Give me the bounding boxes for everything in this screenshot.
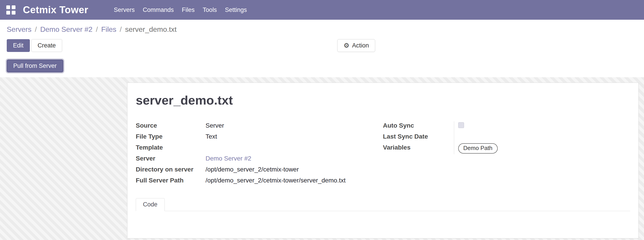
nav-item-tools[interactable]: Tools	[198, 0, 221, 20]
breadcrumb-separator: /	[96, 25, 98, 34]
field-label-file-type: File Type	[136, 132, 206, 141]
control-panel: Servers / Demo Server #2 / Files / serve…	[0, 20, 644, 77]
app-brand-title: Cetmix Tower	[23, 4, 88, 15]
field-group-right: Auto Sync Last Sync Date Variables Demo …	[383, 121, 630, 187]
field-value-server-link[interactable]: Demo Server #2	[206, 154, 251, 163]
form-sheet: server_demo.txt Source Server File Type …	[127, 83, 638, 239]
field-row-variables: Variables Demo Path	[383, 143, 630, 154]
pull-from-server-button[interactable]: Pull from Server	[7, 60, 63, 72]
action-menu-label: Action	[352, 42, 369, 49]
auto-sync-checkbox[interactable]	[458, 122, 464, 128]
action-menu-button[interactable]: ⚙ Action	[337, 39, 375, 52]
record-title: server_demo.txt	[136, 93, 630, 108]
field-row-auto-sync: Auto Sync	[383, 121, 630, 132]
top-navbar: Cetmix Tower Servers Commands Files Tool…	[0, 0, 644, 20]
breadcrumb-row: Servers / Demo Server #2 / Files / serve…	[0, 20, 644, 39]
field-label-directory: Directory on server	[136, 165, 206, 174]
breadcrumb-separator: /	[120, 25, 122, 34]
breadcrumb-separator: /	[35, 25, 37, 34]
field-value-source: Server	[206, 121, 224, 130]
field-label-variables: Variables	[383, 143, 454, 152]
field-group-left: Source Server File Type Text Template Se…	[136, 121, 383, 187]
field-label-last-sync: Last Sync Date	[383, 132, 454, 141]
create-button[interactable]: Create	[32, 39, 62, 52]
action-menu-wrapper: ⚙ Action	[337, 39, 375, 52]
field-value-last-sync	[454, 132, 630, 143]
notebook-tabs: Code	[136, 198, 630, 211]
tab-code[interactable]: Code	[136, 198, 165, 211]
breadcrumb-link-files[interactable]: Files	[101, 25, 116, 33]
nav-item-servers[interactable]: Servers	[110, 0, 139, 20]
form-view-background: server_demo.txt Source Server File Type …	[0, 77, 644, 240]
breadcrumb-current: server_demo.txt	[125, 25, 176, 34]
field-row-server: Server Demo Server #2	[136, 154, 383, 165]
nav-item-settings[interactable]: Settings	[221, 0, 251, 20]
action-buttons-row: Edit Create ⚙ Action	[0, 39, 644, 53]
field-row-full-path: Full Server Path /opt/demo_server_2/cetm…	[136, 176, 383, 187]
field-row-file-type: File Type Text	[136, 132, 383, 143]
field-groups: Source Server File Type Text Template Se…	[136, 121, 630, 187]
apps-menu-button[interactable]	[6, 0, 16, 20]
field-row-directory: Directory on server /opt/demo_server_2/c…	[136, 165, 383, 176]
breadcrumb-link-demo-server[interactable]: Demo Server #2	[40, 25, 92, 33]
field-label-source: Source	[136, 121, 206, 130]
field-value-file-type: Text	[206, 132, 217, 141]
edit-button[interactable]: Edit	[7, 39, 30, 52]
nav-item-commands[interactable]: Commands	[139, 0, 178, 20]
top-menu: Servers Commands Files Tools Settings	[110, 0, 251, 20]
breadcrumb: Servers / Demo Server #2 / Files / serve…	[7, 25, 176, 34]
field-label-auto-sync: Auto Sync	[383, 121, 454, 130]
breadcrumb-link-servers[interactable]: Servers	[7, 25, 32, 33]
tab-content-code	[136, 211, 630, 234]
field-row-template: Template	[136, 143, 383, 154]
field-row-last-sync: Last Sync Date	[383, 132, 630, 143]
statusbar-row: Pull from Server	[0, 53, 644, 77]
nav-item-files[interactable]: Files	[178, 0, 198, 20]
apps-grid-icon	[6, 5, 16, 14]
field-label-full-path: Full Server Path	[136, 176, 206, 185]
field-value-directory: /opt/demo_server_2/cetmix-tower	[206, 165, 299, 174]
field-value-full-path: /opt/demo_server_2/cetmix-tower/server_d…	[206, 176, 346, 185]
field-label-server: Server	[136, 154, 206, 163]
field-row-source: Source Server	[136, 121, 383, 132]
gear-icon: ⚙	[344, 42, 350, 49]
field-label-template: Template	[136, 143, 206, 152]
variable-tag-demo-path: Demo Path	[458, 143, 498, 154]
